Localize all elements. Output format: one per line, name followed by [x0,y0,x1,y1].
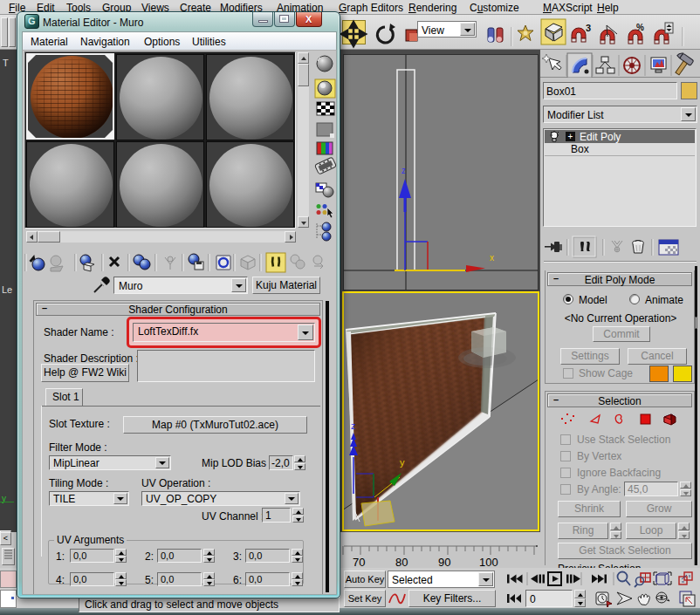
svg-text:z: z [351,420,356,431]
svg-text:%: % [636,23,644,32]
svg-text:z: z [401,166,406,175]
svg-text:y: y [400,457,405,468]
svg-text:3: 3 [586,23,591,33]
svg-text:x: x [490,253,494,263]
